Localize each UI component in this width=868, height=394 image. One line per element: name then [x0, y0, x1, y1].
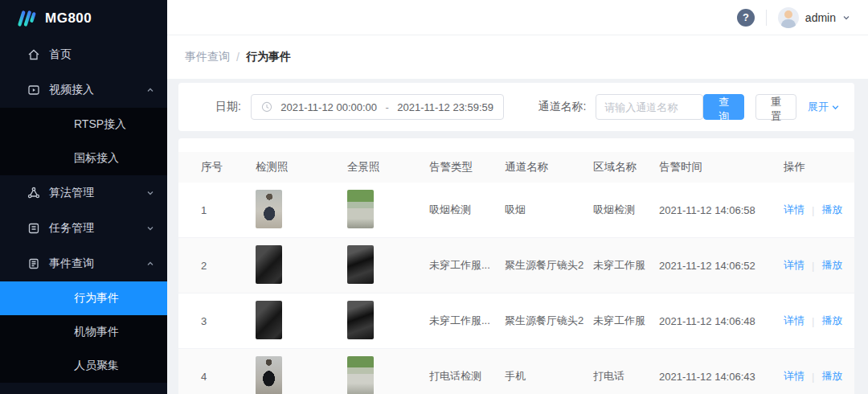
- detail-link[interactable]: 详情: [784, 203, 805, 217]
- breadcrumb-parent[interactable]: 事件查询: [185, 50, 230, 64]
- table-row: 2 未穿工作服... 聚生源餐厅镜头2 未穿工作服 2021-11-12 14:…: [178, 238, 854, 293]
- task-icon: [27, 222, 40, 235]
- chevron-down-icon: [831, 103, 840, 112]
- home-icon: [27, 48, 40, 61]
- panorama-thumbnail[interactable]: [347, 301, 374, 339]
- breadcrumb: 事件查询 / 行为事件: [167, 35, 868, 79]
- table-body: 1 吸烟检测 吸烟 吸烟检测 2021-11-12 14:06:58 详情 | …: [178, 183, 854, 394]
- breadcrumb-current: 行为事件: [246, 50, 291, 64]
- row-index: 3: [201, 315, 256, 327]
- events-table: 序号 检测照 全景照 告警类型 通道名称 区域名称 告警时间 操作 1 吸烟检测…: [178, 138, 854, 394]
- sidebar-item-label: 人员聚集: [74, 359, 119, 373]
- panorama-thumbnail[interactable]: [347, 356, 374, 394]
- table-header: 序号 检测照 全景照 告警类型 通道名称 区域名称 告警时间 操作: [178, 152, 854, 183]
- table-row: 4 打电话检测 手机 打电话 2021-11-12 14:06:43 详情 | …: [178, 349, 854, 394]
- submenu-video-access: RTSP接入 国标接入: [0, 108, 167, 175]
- panorama-thumbnail[interactable]: [347, 190, 374, 228]
- col-header-alarm-type: 告警类型: [429, 160, 505, 174]
- alarm-type-cell: 打电话检测: [429, 369, 505, 384]
- main-area: ? admin 事件查询 / 行为事件 日期: 2021-11-12 00:00…: [167, 0, 868, 394]
- sidebar-item-crowd-gathering[interactable]: 人员聚集: [0, 349, 167, 383]
- detail-link[interactable]: 详情: [784, 258, 805, 273]
- sidebar-item-gb-access[interactable]: 国标接入: [0, 142, 167, 175]
- search-button[interactable]: 查询: [703, 94, 744, 120]
- region-cell: 吸烟检测: [593, 203, 659, 217]
- date-start-value: 2021-11-12 00:00:00: [280, 101, 378, 113]
- sidebar-item-behavior-events[interactable]: 行为事件: [0, 281, 167, 315]
- alarm-type-cell: 未穿工作服...: [429, 314, 505, 328]
- alarm-type-cell: 未穿工作服...: [429, 258, 505, 273]
- topbar-divider: [766, 10, 767, 26]
- detail-link[interactable]: 详情: [784, 314, 805, 328]
- event-icon: [27, 257, 40, 270]
- sidebar-item-home[interactable]: 首页: [0, 37, 167, 72]
- detect-photo-thumbnail[interactable]: [256, 245, 282, 284]
- action-divider: |: [812, 204, 814, 216]
- region-cell: 未穿工作服: [593, 258, 659, 273]
- detect-photo-thumbnail[interactable]: [256, 190, 282, 228]
- play-link[interactable]: 播放: [821, 369, 842, 384]
- action-divider: |: [812, 260, 814, 272]
- sidebar-item-label: 视频接入: [49, 83, 94, 97]
- play-link[interactable]: 播放: [821, 203, 842, 217]
- sidebar-item-label: 任务管理: [49, 221, 94, 236]
- col-header-channel: 通道名称: [505, 160, 593, 174]
- channel-cell: 吸烟: [505, 203, 593, 217]
- expand-toggle[interactable]: 展开: [808, 100, 840, 114]
- detail-link[interactable]: 详情: [784, 369, 805, 384]
- app-logo[interactable]: MG800: [0, 0, 167, 37]
- sidebar-item-task-mgmt[interactable]: 任务管理: [0, 211, 167, 246]
- chevron-down-icon: [842, 14, 850, 22]
- region-cell: 未穿工作服: [593, 314, 659, 328]
- sidebar-item-object-events[interactable]: 机物事件: [0, 315, 167, 349]
- region-cell: 打电话: [593, 369, 659, 384]
- sidebar-item-event-query[interactable]: 事件查询: [0, 246, 167, 281]
- play-link[interactable]: 播放: [821, 314, 842, 328]
- row-index: 1: [201, 204, 256, 216]
- sidebar-item-label: 首页: [49, 47, 72, 62]
- table-row: 1 吸烟检测 吸烟 吸烟检测 2021-11-12 14:06:58 详情 | …: [178, 183, 854, 238]
- sidebar-item-label: 行为事件: [74, 291, 119, 306]
- alarm-type-cell: 吸烟检测: [429, 203, 505, 217]
- video-icon: [27, 84, 40, 96]
- channel-label: 通道名称:: [538, 100, 586, 114]
- channel-name-input[interactable]: [596, 94, 703, 120]
- chevron-up-icon: [146, 86, 154, 94]
- row-index: 2: [201, 260, 256, 272]
- chevron-up-icon: [146, 260, 154, 268]
- sidebar-item-label: 事件查询: [49, 257, 94, 271]
- detect-photo-thumbnail[interactable]: [256, 301, 282, 339]
- sidebar-item-label: 算法管理: [49, 186, 94, 200]
- sidebar-item-algorithm-mgmt[interactable]: 算法管理: [0, 175, 167, 211]
- sidebar-item-label: 机物事件: [74, 325, 119, 339]
- alarm-time-cell: 2021-11-12 14:06:58: [659, 204, 784, 216]
- sidebar-item-video-access[interactable]: 视频接入: [0, 72, 167, 108]
- sidebar-item-label: 国标接入: [74, 151, 119, 166]
- help-icon[interactable]: ?: [737, 9, 755, 27]
- action-divider: |: [812, 371, 814, 383]
- submenu-event-query: 行为事件 机物事件 人员聚集: [0, 281, 167, 383]
- col-header-region: 区域名称: [593, 160, 659, 174]
- logo-icon: [14, 8, 37, 29]
- channel-cell: 聚生源餐厅镜头2: [505, 314, 593, 328]
- content: 日期: 2021-11-12 00:00:00 - 2021-11-12 23:…: [167, 79, 868, 394]
- chevron-down-icon: [146, 189, 154, 197]
- sidebar-item-label: RTSP接入: [74, 117, 126, 132]
- sidebar-item-rtsp-access[interactable]: RTSP接入: [0, 108, 167, 142]
- col-header-alarm-time: 告警时间: [659, 160, 784, 174]
- play-link[interactable]: 播放: [821, 258, 842, 273]
- col-header-panorama: 全景照: [347, 160, 429, 174]
- user-menu[interactable]: admin: [778, 7, 850, 28]
- username: admin: [805, 11, 836, 24]
- date-label: 日期:: [215, 100, 241, 114]
- date-range-picker[interactable]: 2021-11-12 00:00:00 - 2021-11-12 23:59:5…: [251, 94, 505, 120]
- channel-cell: 聚生源餐厅镜头2: [505, 258, 593, 273]
- alarm-time-cell: 2021-11-12 14:06:48: [659, 315, 784, 327]
- panorama-thumbnail[interactable]: [347, 245, 374, 284]
- col-header-index: 序号: [201, 160, 256, 174]
- col-header-detect-photo: 检测照: [256, 160, 347, 174]
- top-bar: ? admin: [167, 0, 868, 35]
- reset-button[interactable]: 重置: [755, 94, 796, 120]
- row-index: 4: [201, 371, 256, 383]
- detect-photo-thumbnail[interactable]: [256, 356, 282, 394]
